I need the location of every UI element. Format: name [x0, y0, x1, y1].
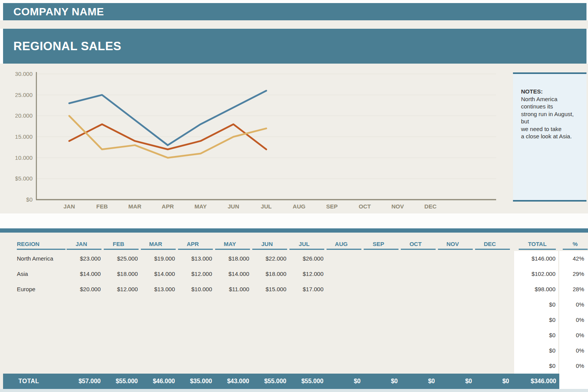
month-value-cell[interactable]	[474, 266, 511, 282]
month-value-cell[interactable]	[325, 312, 363, 328]
row-total-cell[interactable]: $0	[511, 328, 558, 343]
month-value-cell[interactable]	[400, 251, 437, 266]
month-value-cell[interactable]	[363, 358, 400, 374]
month-value-cell[interactable]: $25.000	[103, 251, 140, 266]
month-value-cell[interactable]	[251, 328, 288, 343]
month-value-cell[interactable]	[437, 343, 474, 358]
month-value-cell[interactable]	[437, 312, 474, 328]
row-total-cell[interactable]: $0	[511, 312, 558, 328]
month-value-cell[interactable]	[103, 297, 140, 312]
month-value-cell[interactable]	[251, 343, 288, 358]
region-cell[interactable]: North America	[0, 251, 65, 266]
month-value-cell[interactable]	[437, 282, 474, 297]
month-value-cell[interactable]	[400, 312, 437, 328]
month-value-cell[interactable]	[140, 297, 177, 312]
month-value-cell[interactable]	[400, 282, 437, 297]
month-value-cell[interactable]	[363, 251, 400, 266]
month-value-cell[interactable]	[400, 266, 437, 282]
month-value-cell[interactable]: $14.000	[140, 266, 177, 282]
month-value-cell[interactable]	[177, 328, 214, 343]
month-value-cell[interactable]	[177, 312, 214, 328]
column-header-sep[interactable]: SEP	[363, 233, 400, 251]
total-percent-cell[interactable]: 100%	[558, 374, 588, 389]
month-value-cell[interactable]: $18.000	[214, 251, 251, 266]
month-value-cell[interactable]: $18.000	[251, 266, 288, 282]
row-total-cell[interactable]: $0	[511, 297, 558, 312]
row-percent-cell[interactable]: 0%	[558, 297, 588, 312]
row-total-cell[interactable]: $146.000	[511, 251, 558, 266]
column-header-jun[interactable]: JUN	[251, 233, 288, 251]
row-percent-cell[interactable]: 0%	[558, 312, 588, 328]
column-header-oct[interactable]: OCT	[400, 233, 437, 251]
column-header-mar[interactable]: MAR	[140, 233, 177, 251]
month-value-cell[interactable]	[474, 312, 511, 328]
total-month-cell[interactable]: $57.000	[65, 374, 103, 389]
total-month-cell[interactable]: $55.000	[251, 374, 288, 389]
month-value-cell[interactable]: $19.000	[140, 251, 177, 266]
month-value-cell[interactable]	[437, 251, 474, 266]
month-value-cell[interactable]	[400, 358, 437, 374]
month-value-cell[interactable]: $18.000	[103, 266, 140, 282]
month-value-cell[interactable]	[65, 358, 103, 374]
month-value-cell[interactable]	[437, 297, 474, 312]
month-value-cell[interactable]	[400, 297, 437, 312]
total-month-cell[interactable]: $35.000	[177, 374, 214, 389]
month-value-cell[interactable]	[474, 358, 511, 374]
month-value-cell[interactable]	[288, 312, 325, 328]
total-month-cell[interactable]: $0	[325, 374, 363, 389]
month-value-cell[interactable]	[325, 343, 363, 358]
month-value-cell[interactable]: $26.000	[288, 251, 325, 266]
total-month-cell[interactable]: $0	[437, 374, 474, 389]
month-value-cell[interactable]	[177, 297, 214, 312]
row-total-cell[interactable]: $0	[511, 358, 558, 374]
row-percent-cell[interactable]: 29%	[558, 266, 588, 282]
month-value-cell[interactable]	[325, 358, 363, 374]
month-value-cell[interactable]	[363, 266, 400, 282]
month-value-cell[interactable]	[177, 358, 214, 374]
month-value-cell[interactable]	[363, 312, 400, 328]
row-total-cell[interactable]: $0	[511, 343, 558, 358]
row-percent-cell[interactable]: 28%	[558, 282, 588, 297]
month-value-cell[interactable]	[103, 343, 140, 358]
month-value-cell[interactable]: $12.000	[288, 266, 325, 282]
column-header-feb[interactable]: FEB	[103, 233, 140, 251]
row-percent-cell[interactable]: 42%	[558, 251, 588, 266]
month-value-cell[interactable]	[251, 358, 288, 374]
column-header-total[interactable]: TOTAL	[511, 233, 558, 251]
month-value-cell[interactable]	[251, 297, 288, 312]
month-value-cell[interactable]	[140, 312, 177, 328]
column-header-apr[interactable]: APR	[177, 233, 214, 251]
month-value-cell[interactable]	[65, 312, 103, 328]
month-value-cell[interactable]	[251, 312, 288, 328]
month-value-cell[interactable]	[214, 343, 251, 358]
month-value-cell[interactable]: $15.000	[251, 282, 288, 297]
notes-body[interactable]: North America continues its strong run i…	[521, 95, 583, 140]
region-cell[interactable]	[0, 358, 65, 374]
column-header-may[interactable]: MAY	[214, 233, 251, 251]
total-month-cell[interactable]: $0	[363, 374, 400, 389]
column-header-jul[interactable]: JUL	[288, 233, 325, 251]
month-value-cell[interactable]: $10.000	[177, 282, 214, 297]
month-value-cell[interactable]: $14.000	[65, 266, 103, 282]
column-header-region[interactable]: REGION	[0, 233, 65, 251]
month-value-cell[interactable]	[288, 358, 325, 374]
month-value-cell[interactable]	[288, 297, 325, 312]
month-value-cell[interactable]: $20.000	[65, 282, 103, 297]
month-value-cell[interactable]: $13.000	[177, 251, 214, 266]
region-cell[interactable]: Europe	[0, 282, 65, 297]
month-value-cell[interactable]	[363, 343, 400, 358]
month-value-cell[interactable]	[474, 251, 511, 266]
month-value-cell[interactable]	[363, 282, 400, 297]
month-value-cell[interactable]	[214, 297, 251, 312]
month-value-cell[interactable]: $12.000	[103, 282, 140, 297]
month-value-cell[interactable]	[140, 358, 177, 374]
month-value-cell[interactable]: $12.000	[177, 266, 214, 282]
month-value-cell[interactable]	[474, 328, 511, 343]
month-value-cell[interactable]: $13.000	[140, 282, 177, 297]
month-value-cell[interactable]	[400, 328, 437, 343]
month-value-cell[interactable]: $17.000	[288, 282, 325, 297]
total-month-cell[interactable]: $55.000	[288, 374, 325, 389]
month-value-cell[interactable]	[474, 343, 511, 358]
region-cell[interactable]	[0, 343, 65, 358]
total-month-cell[interactable]: $0	[474, 374, 511, 389]
